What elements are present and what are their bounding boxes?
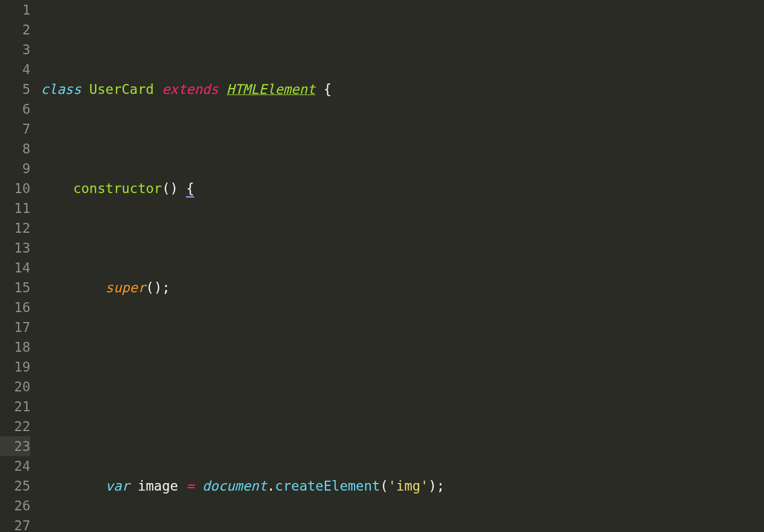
line-number: 26	[0, 496, 30, 516]
line-number: 19	[0, 357, 30, 377]
line-number: 11	[0, 198, 30, 218]
line-number: 7	[0, 119, 30, 139]
method-call: createElement	[275, 478, 380, 494]
code-line[interactable]: class UserCard extends HTMLElement {	[41, 79, 764, 99]
line-number: 25	[0, 476, 30, 496]
brace-open: {	[186, 181, 194, 198]
document-obj: document	[202, 478, 267, 494]
constructor-name: constructor	[73, 181, 162, 196]
keyword-extends: extends	[162, 82, 219, 97]
line-number: 23	[0, 436, 30, 456]
line-number: 8	[0, 139, 30, 159]
line-number: 14	[0, 258, 30, 278]
line-number-gutter: 1234567891011121314151617181920212223242…	[0, 0, 41, 532]
line-number: 21	[0, 397, 30, 416]
line-number: 10	[0, 178, 30, 198]
code-line[interactable]: constructor() {	[41, 178, 764, 198]
keyword-super: super	[106, 280, 146, 295]
line-number: 13	[0, 238, 30, 258]
line-number: 9	[0, 159, 30, 178]
line-number: 2	[0, 20, 30, 40]
line-number: 27	[0, 516, 30, 532]
line-number: 4	[0, 60, 30, 79]
string-literal: 'img'	[388, 478, 428, 494]
keyword-class: class	[41, 82, 81, 97]
code-editor[interactable]: 1234567891011121314151617181920212223242…	[0, 0, 764, 532]
line-number: 18	[0, 337, 30, 357]
line-number: 16	[0, 298, 30, 317]
line-number: 24	[0, 456, 30, 476]
line-number: 12	[0, 218, 30, 238]
type-name: HTMLElement	[227, 82, 316, 97]
line-number: 3	[0, 40, 30, 60]
keyword-var: var	[106, 478, 130, 494]
line-number: 17	[0, 317, 30, 337]
line-number: 20	[0, 377, 30, 397]
code-line[interactable]: super();	[41, 278, 764, 298]
line-number: 22	[0, 416, 30, 436]
line-number: 1	[0, 0, 30, 20]
line-number: 15	[0, 278, 30, 298]
code-area[interactable]: class UserCard extends HTMLElement { con…	[41, 0, 764, 532]
code-line[interactable]	[41, 377, 764, 397]
line-number: 5	[0, 79, 30, 99]
code-line[interactable]: var image = document.createElement('img'…	[41, 476, 764, 496]
class-name: UserCard	[89, 82, 154, 97]
line-number: 6	[0, 99, 30, 119]
